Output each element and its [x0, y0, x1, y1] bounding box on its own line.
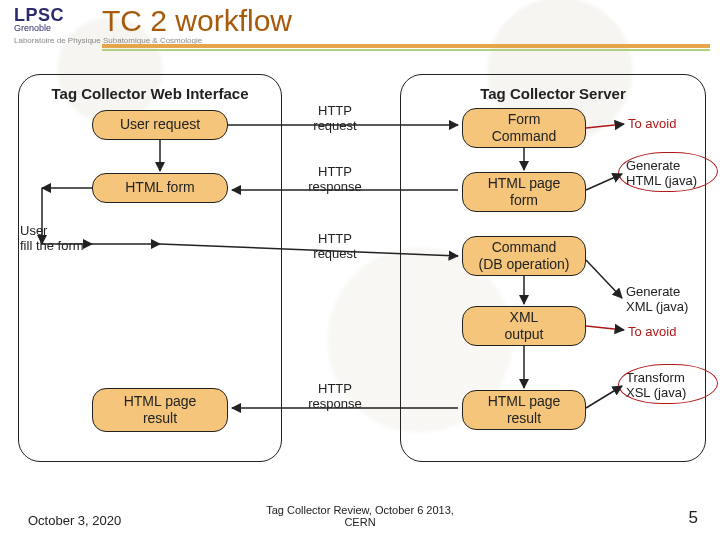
box-user-request: User request — [92, 110, 228, 140]
label-http-request-1: HTTP request — [300, 104, 370, 134]
annot-to-avoid-2: To avoid — [628, 324, 676, 339]
box-html-page-result-left: HTML page result — [92, 388, 228, 432]
label-http-response-2: HTTP response — [300, 382, 370, 412]
title-underline — [102, 44, 710, 52]
label-user-fill-form: User fill the form — [20, 223, 84, 253]
label-http-request-2: HTTP request — [300, 232, 370, 262]
panel-left-title: Tag Collector Web Interface — [19, 85, 281, 102]
slide-title: TC 2 workflow — [102, 4, 292, 38]
box-xml-output: XML output — [462, 306, 586, 346]
footer-page-number: 5 — [689, 508, 698, 528]
box-html-page-result-right: HTML page result — [462, 390, 586, 430]
box-form-command: Form Command — [462, 108, 586, 148]
annot-to-avoid-1: To avoid — [628, 116, 676, 131]
panel-right-title: Tag Collector Server — [401, 85, 705, 102]
annot-generate-xml: Generate XML (java) — [626, 284, 688, 314]
box-html-page-form: HTML page form — [462, 172, 586, 212]
box-html-form: HTML form — [92, 173, 228, 203]
footer-middle: Tag Collector Review, October 6 2013, CE… — [0, 504, 720, 528]
label-http-response-1: HTTP response — [300, 165, 370, 195]
box-command-db: Command (DB operation) — [462, 236, 586, 276]
